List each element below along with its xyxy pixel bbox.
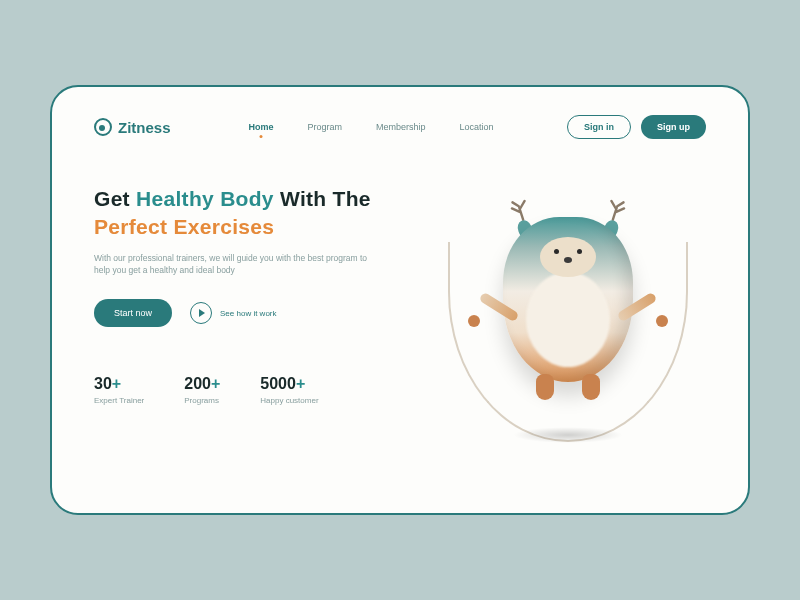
nav-item-membership[interactable]: Membership [376,122,426,132]
stats-row: 30+ Expert Trainer 200+ Programs 5000+ H… [94,375,414,405]
logo[interactable]: Zitness [94,118,171,136]
belly-icon [526,272,610,367]
nav-item-program[interactable]: Program [308,122,343,132]
see-how-button[interactable]: See how it work [190,302,276,324]
signin-button[interactable]: Sign in [567,115,631,139]
hero-section: Get Healthy Body With The Perfect Exerci… [94,185,414,405]
auth-buttons: Sign in Sign up [567,115,706,139]
mascot-illustration [458,182,678,452]
headline-mid: With The [274,187,371,210]
stat-programs: 200+ Programs [184,375,220,405]
cta-row: Start now See how it work [94,299,414,327]
signup-button[interactable]: Sign up [641,115,706,139]
hero-subtitle: With our professional trainers, we will … [94,252,374,278]
nav-menu: Home Program Membership Location [249,122,494,132]
see-how-label: See how it work [220,309,276,318]
headline-highlight-1: Healthy Body [136,187,274,210]
top-nav: Zitness Home Program Membership Location… [94,115,706,139]
headline: Get Healthy Body With The Perfect Exerci… [94,185,414,242]
brand-name: Zitness [118,119,171,136]
stat-value: 200+ [184,375,220,393]
stat-label: Happy customer [260,396,318,405]
stat-label: Programs [184,396,220,405]
hand-icon [468,315,480,327]
leg-icon [536,374,554,400]
landing-card: Zitness Home Program Membership Location… [50,85,750,515]
headline-highlight-2: Perfect Exercises [94,215,274,238]
start-now-button[interactable]: Start now [94,299,172,327]
stat-label: Expert Trainer [94,396,144,405]
shadow-icon [513,427,623,443]
logo-icon [94,118,112,136]
nav-item-home[interactable]: Home [249,122,274,132]
stat-customers: 5000+ Happy customer [260,375,318,405]
hand-icon [656,315,668,327]
stat-value: 5000+ [260,375,318,393]
stat-trainers: 30+ Expert Trainer [94,375,144,405]
stat-value: 30+ [94,375,144,393]
headline-pre: Get [94,187,136,210]
leg-icon [582,374,600,400]
play-icon [190,302,212,324]
nav-item-location[interactable]: Location [460,122,494,132]
face-icon [540,237,596,277]
